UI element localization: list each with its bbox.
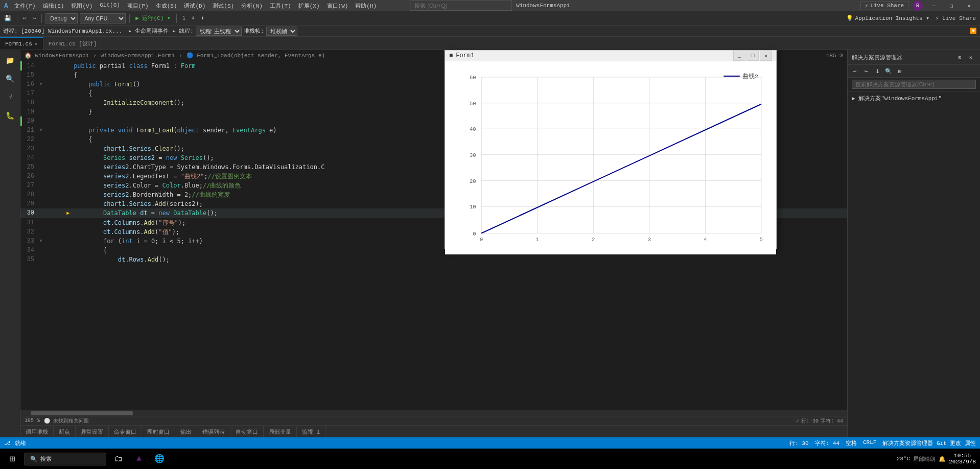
fold-icon[interactable]: ▼ [37,237,44,246]
menu-extensions[interactable]: 扩展(X) [295,2,323,10]
debug-tab-2[interactable]: 异常设置 [76,426,109,437]
fold-icon[interactable]: ▼ [37,80,44,89]
activity-git[interactable]: ⑂ [1,89,19,105]
taskbar-search-icon: 🔍 [30,456,37,462]
menu-view[interactable]: 视图(V) [68,2,96,10]
weather-desc: 局部晴朗 [913,455,936,463]
tab-form1-cs-close[interactable]: ✕ [35,41,38,47]
debug-tab-0[interactable]: 调用堆栈 [20,426,54,437]
fold-icon [37,98,44,107]
activity-search[interactable]: 🔍 [1,71,19,87]
rp-btn-4[interactable]: 🔍 [883,66,894,76]
taskbar-search-box[interactable]: 🔍 搜索 [25,453,106,465]
menu-debug[interactable]: 调试(D) [181,2,208,10]
collapse-button[interactable]: 🔽 [970,28,977,34]
debug-tab-9[interactable]: 监视 1 [297,426,325,437]
solution-explorer-title: 解决方案资源管理器 [852,54,902,61]
rp-btn-2[interactable]: ↪ [861,66,871,76]
live-share-icon: ⚡ [865,3,869,9]
solution-tree-root[interactable]: ▶ 解决方案"WindowsFormsApp1" [848,93,980,103]
debug-tab-3[interactable]: 命令窗口 [109,426,142,437]
tab-form1-design[interactable]: Form1.cs [设计] [43,37,103,50]
clock[interactable]: 10:55 2023/9/8 [949,453,976,465]
thread-dropdown[interactable]: 线程: 主线程 [196,27,242,36]
status-right: ✓ 行: 30 字符: 44 [796,417,843,425]
process-label: 进程: [20840] WindowsFormsApp1.ex... [3,27,122,35]
debug-tab-5[interactable]: 输出 [175,426,197,437]
notification-icon[interactable]: 🔔 [939,456,946,462]
solution-search-input[interactable] [852,80,976,89]
menu-file[interactable]: 文件(F) [11,2,39,10]
status-ready[interactable]: 就绪 [15,439,26,447]
form1-close-button[interactable]: ✕ [760,51,772,61]
toolbar-step-into[interactable]: ⬇ [190,14,197,22]
status-col[interactable]: 字符: 44 [815,439,839,447]
restore-button[interactable]: ❐ [945,2,959,10]
menu-edit[interactable]: 编辑(E) [40,2,67,10]
activity-debug[interactable]: 🐛 [1,107,19,124]
menu-build[interactable]: 生成(B) [153,2,180,10]
rp-btn-3[interactable]: ⤓ [872,66,882,76]
horizontal-scrollbar[interactable] [20,410,847,416]
toolbar-save[interactable]: 💾 [2,14,13,22]
status-right-text[interactable]: 解决方案资源管理器 Git 更改 属性 [882,439,976,447]
line-number: 35 [22,255,37,264]
user-icon[interactable]: R [913,1,923,11]
taskbar-vs-icon[interactable]: ▲ [131,451,147,467]
menu-tools[interactable]: 工具(T) [267,2,294,10]
status-row[interactable]: 行: 30 [789,439,808,447]
x-label-2: 2 [592,237,595,243]
tab-form1-cs[interactable]: Form1.cs ✕ [0,37,43,50]
status-spaces[interactable]: 空格 [846,439,857,447]
current-line-indicator [66,181,74,190]
toolbar-undo[interactable]: ↩ [21,14,29,22]
menu-project[interactable]: 项目(P) [124,2,152,10]
debug-tab-1[interactable]: 断点 [54,426,76,437]
form1-minimize-button[interactable]: _ [733,51,745,61]
live-share-toolbar-button[interactable]: ⚡ Live Share [934,14,978,22]
run-button[interactable]: ▶ 运行(C) ▾ [133,13,172,23]
error-status[interactable]: ⚪ 未找到相关问题 [44,417,89,425]
taskbar-explorer[interactable]: 🗂 [110,451,127,467]
scrollbar-thumb[interactable] [31,411,133,415]
search-input[interactable] [410,1,512,11]
live-share-button[interactable]: ⚡ Live Share [860,2,909,10]
toolbar-redo[interactable]: ↪ [31,14,38,22]
debug-tab-7[interactable]: 自动窗口 [230,426,264,437]
sol-action-1[interactable]: ⚙ [954,52,965,62]
form1-chart: 曲线2 [445,61,776,254]
start-button[interactable]: ⊞ [4,451,20,467]
debug-config-dropdown[interactable]: Debug [45,13,78,24]
minimize-button[interactable]: — [927,2,941,9]
status-line-ending[interactable]: CRLF [863,439,876,447]
menu-analyze[interactable]: 分析(N) [238,2,266,10]
solution-search-area [848,78,980,91]
stackframe-dropdown[interactable]: 堆栈帧 [266,27,297,36]
debug-tab-6[interactable]: 错误列表 [197,426,230,437]
menu-window[interactable]: 窗口(W) [324,2,352,10]
debug-tab-4[interactable]: 即时窗口 [142,426,175,437]
close-button[interactable]: ✕ [962,2,976,10]
app-insights-button[interactable]: 💡 Application Insights ▾ [846,15,929,21]
chart-line [481,104,761,233]
menu-git[interactable]: Git(G) [97,2,123,10]
tab-form1-cs-label: Form1.cs [5,41,32,47]
current-line-indicator [66,218,74,227]
toolbar-step-over[interactable]: ⤵ [180,14,188,22]
explorer-icon: 🗂 [114,454,123,464]
toolbar-step-out[interactable]: ⬆ [199,14,206,22]
fold-icon[interactable]: ▼ [37,126,44,135]
debug-tab-8[interactable]: 局部变量 [264,426,297,437]
clock-date: 2023/9/8 [949,459,976,465]
zoom-level[interactable]: 185 % [25,418,40,424]
menu-test[interactable]: 测试(S) [209,2,237,10]
cpu-dropdown[interactable]: Any CPU [80,13,126,24]
activity-explorer[interactable]: 📁 [1,52,19,68]
form1-maximize-button[interactable]: □ [746,51,759,61]
taskbar-edge[interactable]: 🌐 [151,451,168,467]
sol-action-2[interactable]: ✕ [966,52,976,62]
rp-btn-5[interactable]: ⊞ [895,66,905,76]
line-number: 17 [22,89,37,98]
menu-help[interactable]: 帮助(H) [352,2,380,10]
rp-btn-1[interactable]: ↩ [850,66,860,76]
